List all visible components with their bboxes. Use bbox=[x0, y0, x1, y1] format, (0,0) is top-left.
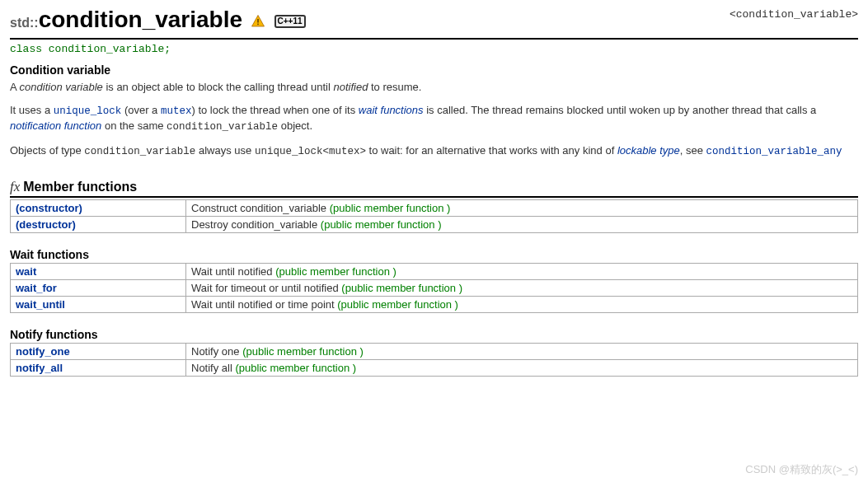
link-wait-for[interactable]: wait_for bbox=[16, 282, 57, 294]
class-declaration: class condition_variable; bbox=[10, 43, 858, 55]
table-row: (constructor) Construct condition_variab… bbox=[11, 200, 858, 217]
subtitle: Condition variable bbox=[10, 63, 858, 77]
link-notify-all[interactable]: notify_all bbox=[16, 362, 63, 374]
warning-icon bbox=[251, 9, 265, 35]
link-notify-one[interactable]: notify_one bbox=[16, 345, 70, 358]
link-destructor[interactable]: (destructor) bbox=[16, 218, 76, 231]
class-name: condition_variable bbox=[39, 7, 242, 32]
namespace-prefix: std:: bbox=[10, 16, 39, 30]
section-wait-functions: Wait functions bbox=[10, 248, 858, 261]
table-notify-functions: notify_one Notify one (public member fun… bbox=[10, 343, 858, 377]
section-member-functions: fxMember functions bbox=[10, 179, 858, 198]
svg-rect-1 bbox=[258, 19, 260, 23]
section-notify-functions: Notify functions bbox=[10, 328, 858, 341]
link-mutex[interactable]: mutex bbox=[161, 105, 192, 117]
page-title: std::condition_variable C++11 bbox=[10, 7, 306, 35]
include-header: <condition_variable> bbox=[730, 7, 858, 21]
cpp-standard-icon: C++11 bbox=[274, 15, 306, 28]
link-wait-functions[interactable]: wait functions bbox=[359, 104, 424, 116]
table-row: notify_all Notify all (public member fun… bbox=[11, 360, 858, 377]
table-wait-functions: wait Wait until notified (public member … bbox=[10, 263, 858, 313]
intro-paragraph-3: Objects of type condition_variable alway… bbox=[10, 143, 858, 160]
fx-icon: fx bbox=[10, 179, 23, 194]
title-divider bbox=[10, 38, 858, 40]
link-condition-variable-any[interactable]: condition_variable_any bbox=[706, 146, 842, 157]
table-member-functions: (constructor) Construct condition_variab… bbox=[10, 199, 858, 233]
table-row: wait Wait until notified (public member … bbox=[11, 264, 858, 280]
svg-rect-2 bbox=[258, 23, 260, 25]
table-row: wait_until Wait until notified or time p… bbox=[11, 297, 858, 313]
link-unique-lock[interactable]: unique_lock bbox=[54, 105, 122, 117]
link-notification-function[interactable]: notification function bbox=[10, 119, 101, 132]
link-wait[interactable]: wait bbox=[16, 265, 36, 278]
table-row: notify_one Notify one (public member fun… bbox=[11, 344, 858, 360]
intro-paragraph-1: A condition variable is an object able t… bbox=[10, 80, 858, 95]
table-row: wait_for Wait for timeout or until notif… bbox=[11, 280, 858, 297]
table-row: (destructor) Destroy condition_variable … bbox=[11, 217, 858, 233]
link-constructor[interactable]: (constructor) bbox=[16, 202, 82, 214]
link-wait-until[interactable]: wait_until bbox=[16, 298, 65, 311]
intro-paragraph-2: It uses a unique_lock (over a mutex) to … bbox=[10, 103, 858, 135]
link-lockable-type[interactable]: lockable type bbox=[617, 144, 680, 157]
